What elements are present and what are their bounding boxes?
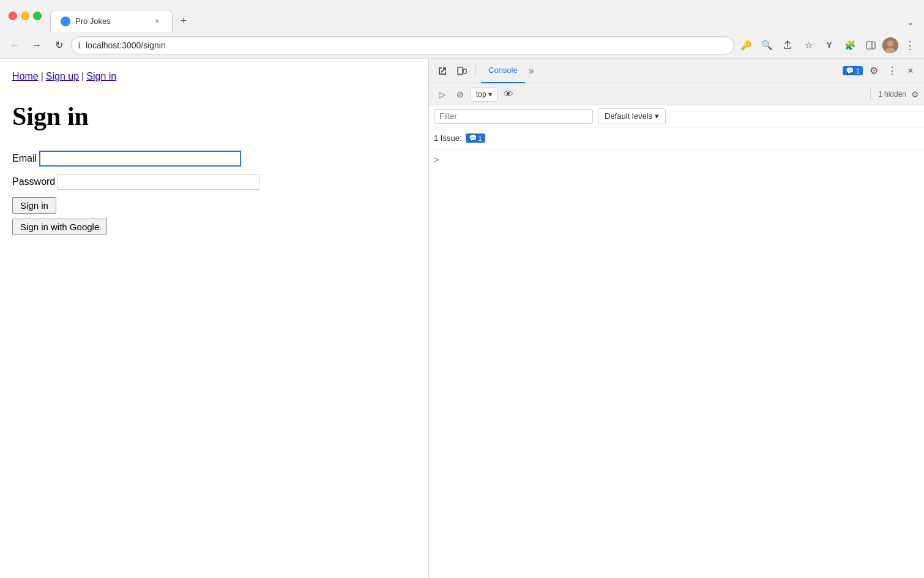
password-label: Password xyxy=(12,176,55,187)
context-label: top xyxy=(476,90,486,99)
console-gear-button[interactable]: ⚙ xyxy=(911,89,919,99)
levels-arrow: ▾ xyxy=(655,111,659,121)
tab-close-button[interactable]: × xyxy=(152,17,162,26)
minimize-window-button[interactable] xyxy=(21,12,29,20)
filter-input[interactable] xyxy=(434,109,593,124)
nav-actions: 🔑 🔍 ☆ Y 🧩 xyxy=(737,36,919,54)
eye-button[interactable]: 👁 xyxy=(500,86,517,102)
navigation-bar: ← → ↻ ℹ localhost:3000/signin 🔑 🔍 ☆ Y 🧩 xyxy=(0,32,924,59)
console-toolbar: ▷ ⊘ top ▾ 👁 1 hidden ⚙ xyxy=(429,83,924,105)
hidden-count: 1 hidden ⚙ xyxy=(868,89,919,100)
key-icon[interactable]: 🔑 xyxy=(737,36,755,54)
breadcrumb: Home | Sign up | Sign in xyxy=(12,71,416,82)
issue-badge-icon: 💬 xyxy=(469,134,477,142)
google-signin-button[interactable]: Sign in with Google xyxy=(12,219,107,235)
breadcrumb-sep2: | xyxy=(81,71,84,82)
browser-tab[interactable]: 🌐 Pro Jokes × xyxy=(50,10,173,32)
svg-rect-0 xyxy=(866,42,875,49)
address-bar[interactable]: ℹ localhost:3000/signin xyxy=(71,36,734,54)
devtools-settings-button[interactable]: ⚙ xyxy=(865,62,882,80)
issues-label: 1 Issue: xyxy=(434,133,462,143)
devtools-more-button[interactable]: ⋮ xyxy=(884,62,901,80)
console-prompt: > xyxy=(429,152,924,167)
breadcrumb-sep1: | xyxy=(41,71,43,82)
issue-badge-count: 1 xyxy=(479,135,482,142)
devtools-close-button[interactable]: × xyxy=(902,62,919,80)
svg-point-7 xyxy=(460,73,461,74)
inspect-element-button[interactable] xyxy=(434,62,451,80)
devtools-tabs: Console » xyxy=(481,59,840,83)
more-menu-button[interactable]: ⋮ xyxy=(901,36,919,54)
breadcrumb-signin-link[interactable]: Sign in xyxy=(86,71,116,82)
tab-end: ⌄ xyxy=(192,15,919,32)
page-content: Home | Sign up | Sign in Sign in Email P… xyxy=(0,59,428,578)
hidden-label: 1 hidden xyxy=(878,90,906,99)
email-input[interactable] xyxy=(39,151,241,167)
close-window-button[interactable] xyxy=(9,12,17,20)
device-toolbar-button[interactable] xyxy=(453,62,471,80)
toolbar-sep xyxy=(870,89,871,100)
forward-button[interactable]: → xyxy=(27,36,47,55)
tabs-area: 🌐 Pro Jokes × + ⌄ xyxy=(50,0,919,32)
console-tab[interactable]: Console xyxy=(481,59,525,83)
breadcrumb-home-link[interactable]: Home xyxy=(12,71,39,82)
url-text: localhost:3000/signin xyxy=(86,40,728,50)
devtools-actions: ⚙ ⋮ × xyxy=(865,62,919,80)
back-button[interactable]: ← xyxy=(5,36,24,55)
avatar[interactable] xyxy=(882,37,898,53)
console-content: > xyxy=(429,149,924,578)
svg-rect-6 xyxy=(463,69,466,73)
extension-y-icon[interactable]: Y xyxy=(820,36,838,54)
extensions-icon[interactable]: 🧩 xyxy=(841,36,859,54)
email-label: Email xyxy=(12,153,37,164)
breadcrumb-signup-link[interactable]: Sign up xyxy=(46,71,79,82)
tab-favicon-icon: 🌐 xyxy=(61,17,70,26)
context-arrow: ▾ xyxy=(488,90,492,99)
filter-bar: Default levels ▾ xyxy=(429,105,924,127)
email-form-group: Email xyxy=(12,151,416,167)
main-area: Home | Sign up | Sign in Sign in Email P… xyxy=(0,59,924,578)
devtools-toolbar: Console » 💬 1 ⚙ ⋮ × xyxy=(429,59,924,83)
refresh-button[interactable]: ↻ xyxy=(49,36,69,55)
zoom-icon[interactable]: 🔍 xyxy=(758,36,776,54)
more-tabs-button[interactable]: » xyxy=(525,66,538,77)
context-dropdown[interactable]: top ▾ xyxy=(471,87,497,102)
levels-label: Default levels xyxy=(605,111,652,121)
message-badge: 💬 1 xyxy=(843,66,863,75)
block-button[interactable]: ⊘ xyxy=(452,86,468,102)
traffic-lights xyxy=(5,12,45,20)
title-bar: 🌐 Pro Jokes × + ⌄ xyxy=(0,0,924,32)
issues-bar: 1 Issue: 💬 1 xyxy=(429,127,924,149)
tab-dropdown-icon[interactable]: ⌄ xyxy=(902,15,919,29)
maximize-window-button[interactable] xyxy=(33,12,42,20)
svg-point-3 xyxy=(887,40,893,47)
badge-count: 1 xyxy=(856,67,860,75)
execute-button[interactable]: ▷ xyxy=(434,86,450,102)
devtools-panel: Console » 💬 1 ⚙ ⋮ × ▷ ⊘ top xyxy=(428,59,924,578)
signin-button[interactable]: Sign in xyxy=(12,197,56,214)
new-tab-button[interactable]: + xyxy=(175,12,192,29)
prompt-arrow: > xyxy=(434,155,439,165)
console-input[interactable] xyxy=(442,154,919,163)
toolbar-separator xyxy=(475,65,476,77)
password-form-group: Password xyxy=(12,174,416,190)
bookmark-icon[interactable]: ☆ xyxy=(799,36,818,54)
levels-dropdown[interactable]: Default levels ▾ xyxy=(598,108,666,124)
share-icon[interactable] xyxy=(778,36,797,54)
info-icon: ℹ xyxy=(78,40,81,50)
issue-badge[interactable]: 💬 1 xyxy=(466,133,485,143)
sidebar-icon[interactable] xyxy=(862,36,880,54)
password-input[interactable] xyxy=(58,174,259,190)
badge-icon: 💬 xyxy=(846,67,854,75)
page-title: Sign in xyxy=(12,102,416,131)
tab-title: Pro Jokes xyxy=(75,17,147,26)
